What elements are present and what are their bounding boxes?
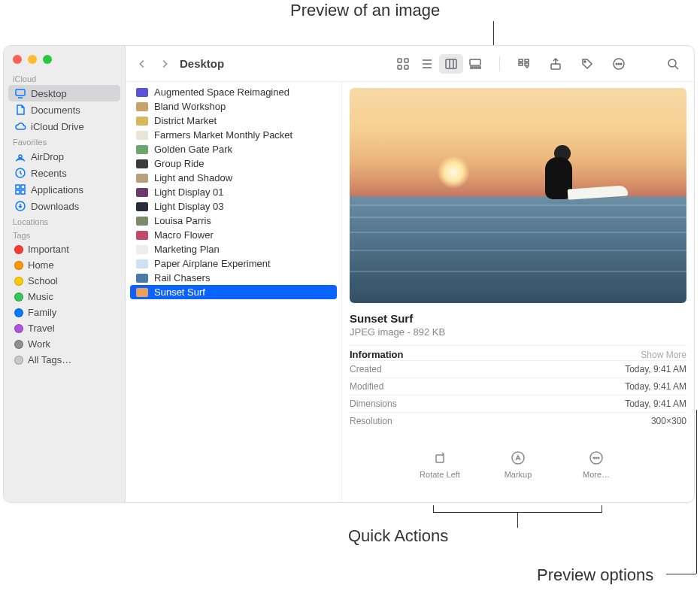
sidebar-item-applications[interactable]: Applications <box>4 181 125 198</box>
view-gallery-icon[interactable] <box>463 54 487 74</box>
svg-rect-24 <box>519 63 523 65</box>
sidebar-item-label: All Tags… <box>28 354 71 365</box>
file-name: Group Ride <box>154 158 204 169</box>
file-thumb-icon <box>136 288 148 297</box>
callout-line <box>493 21 494 48</box>
file-thumb-icon <box>136 274 148 283</box>
file-name: Augmented Space Reimagined <box>154 86 289 98</box>
sidebar-item-label: Applications <box>31 184 83 195</box>
sidebar-item-recents[interactable]: Recents <box>4 165 125 181</box>
group-by-button[interactable] <box>512 54 536 74</box>
file-item[interactable]: Rail Chasers <box>126 271 341 285</box>
file-name: Rail Chasers <box>154 272 210 283</box>
search-button[interactable] <box>661 54 685 74</box>
view-icon-grid[interactable] <box>391 54 415 74</box>
tag-dot-icon <box>14 277 23 286</box>
svg-rect-25 <box>525 59 529 62</box>
minimize-icon[interactable] <box>28 55 37 64</box>
sidebar-item-icloud-drive[interactable]: iCloud Drive <box>4 118 125 135</box>
close-icon[interactable] <box>13 55 22 64</box>
info-header: Information <box>350 349 404 360</box>
view-list-icon[interactable] <box>415 54 439 74</box>
svg-rect-23 <box>519 59 523 62</box>
file-item[interactable]: Sunset Surf <box>130 285 337 299</box>
file-list[interactable]: Augmented Space ReimaginedBland Workshop… <box>126 82 342 502</box>
svg-point-32 <box>620 63 622 65</box>
preview-image <box>350 88 686 303</box>
tags-button[interactable] <box>575 54 599 74</box>
sidebar-item-school[interactable]: School <box>4 273 125 289</box>
markup-icon <box>511 450 526 467</box>
view-columns-icon[interactable] <box>439 54 463 74</box>
svg-rect-5 <box>21 185 25 189</box>
file-item[interactable]: Light and Shadow <box>126 171 341 185</box>
svg-point-36 <box>512 452 524 464</box>
sidebar-item-desktop[interactable]: Desktop <box>8 85 120 102</box>
sidebar-item-downloads[interactable]: Downloads <box>4 198 125 214</box>
sidebar-item-documents[interactable]: Documents <box>4 102 125 118</box>
svg-rect-21 <box>474 67 477 68</box>
forward-button[interactable] <box>157 56 172 71</box>
file-item[interactable]: Paper Airplane Experiment <box>126 256 341 271</box>
sidebar-item-label: AirDrop <box>31 151 64 162</box>
file-item[interactable]: Light Display 03 <box>126 199 341 214</box>
sidebar-item-label: Documents <box>31 105 80 116</box>
file-item[interactable]: Golden Gate Park <box>126 142 341 156</box>
svg-point-2 <box>19 155 22 158</box>
svg-rect-6 <box>16 190 20 194</box>
svg-rect-16 <box>446 59 456 68</box>
sidebar-item-music[interactable]: Music <box>4 289 125 305</box>
sidebar-item-airdrop[interactable]: AirDrop <box>4 148 125 165</box>
sidebar-item-label: Family <box>28 307 56 318</box>
file-item[interactable]: Marketing Plan <box>126 242 341 256</box>
sidebar-section-title: Favorites <box>4 135 125 148</box>
info-value: 300×300 <box>651 416 686 426</box>
file-item[interactable]: Bland Workshop <box>126 99 341 114</box>
sidebar-item-all-tags-[interactable]: All Tags… <box>4 352 125 368</box>
sidebar-item-home[interactable]: Home <box>4 257 125 273</box>
sidebar-item-work[interactable]: Work <box>4 336 125 352</box>
sidebar-item-label: Downloads <box>31 201 79 212</box>
file-item[interactable]: Louisa Parris <box>126 214 341 228</box>
toolbar-separator <box>499 56 500 71</box>
sidebar-item-label: Home <box>28 259 54 271</box>
info-row: DimensionsToday, 9:41 AM <box>350 395 686 412</box>
callout-preview-image: Preview of an image <box>290 1 440 20</box>
callout-bracket <box>433 505 602 513</box>
sidebar: iCloudDesktopDocumentsiCloud DriveFavori… <box>4 46 126 502</box>
file-name: Macro Flower <box>154 229 214 241</box>
file-item[interactable]: Light Display 01 <box>126 185 341 199</box>
sidebar-item-label: Important <box>28 244 69 255</box>
svg-rect-4 <box>16 185 20 189</box>
file-item[interactable]: Macro Flower <box>126 228 341 242</box>
quick-action-more[interactable]: More… <box>570 450 623 479</box>
preview-pane: Sunset Surf JPEG image - 892 KB Informat… <box>342 82 694 502</box>
back-button[interactable] <box>135 56 150 71</box>
file-name: Light Display 01 <box>154 186 224 198</box>
svg-rect-19 <box>470 59 480 65</box>
toolbar-title: Desktop <box>180 57 224 70</box>
svg-point-39 <box>595 457 597 459</box>
file-item[interactable]: Farmers Market Monthly Packet <box>126 128 341 142</box>
file-item[interactable]: District Market <box>126 114 341 128</box>
share-button[interactable] <box>544 54 568 74</box>
sidebar-item-important[interactable]: Important <box>4 241 125 257</box>
quick-action-markup[interactable]: Markup <box>492 450 544 479</box>
clock-icon <box>14 167 26 179</box>
sidebar-item-travel[interactable]: Travel <box>4 320 125 336</box>
sidebar-item-family[interactable]: Family <box>4 305 125 320</box>
info-value: Today, 9:41 AM <box>625 381 686 392</box>
airdrop-icon <box>14 150 26 162</box>
quick-action-rotate[interactable]: Rotate Left <box>414 450 466 479</box>
actions-button[interactable] <box>607 54 631 74</box>
callout-line <box>696 410 697 574</box>
show-more-button[interactable]: Show More <box>641 350 686 360</box>
svg-rect-0 <box>16 89 25 95</box>
quick-action-label: More… <box>583 470 610 479</box>
file-name: Sunset Surf <box>154 286 205 298</box>
file-item[interactable]: Augmented Space Reimagined <box>126 85 341 99</box>
fullscreen-icon[interactable] <box>43 55 52 64</box>
file-thumb-icon <box>136 159 148 168</box>
tag-dot-icon <box>14 324 23 333</box>
file-item[interactable]: Group Ride <box>126 156 341 171</box>
